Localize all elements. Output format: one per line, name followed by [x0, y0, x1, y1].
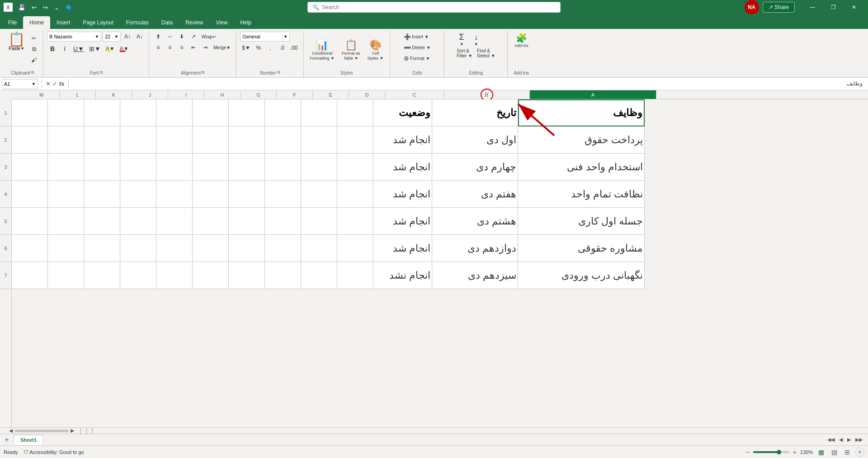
cell-E6[interactable]	[301, 235, 337, 262]
cell-C4[interactable]: انجام شد	[373, 181, 432, 208]
cell-E2[interactable]	[301, 126, 337, 154]
scroll-left-button[interactable]: ◀	[9, 428, 13, 434]
minimize-button[interactable]: —	[802, 0, 823, 14]
cell-K3[interactable]	[84, 154, 120, 181]
find-select-button[interactable]: Find &Select ▼	[475, 48, 497, 58]
cell-L5[interactable]	[48, 208, 84, 235]
format-painter-button[interactable]: 🖌	[28, 55, 39, 65]
increase-indent-button[interactable]: ⇥	[200, 42, 211, 52]
align-left-button[interactable]: ≡	[153, 42, 164, 52]
underline-button[interactable]: U▼	[71, 44, 86, 54]
decrease-indent-button[interactable]: ⇤	[188, 42, 199, 52]
merge-button[interactable]: Merge▼	[212, 42, 232, 52]
cell-F5[interactable]	[265, 208, 301, 235]
cell-A6[interactable]: مشاوره حقوقی	[518, 235, 645, 262]
paste-button[interactable]: 📋 Paste▼	[5, 32, 28, 52]
user-avatar[interactable]: NA	[745, 0, 759, 14]
zoom-to-fit-button[interactable]: +	[855, 448, 864, 457]
search-bar[interactable]: 🔍	[307, 2, 561, 13]
cell-F1[interactable]	[265, 99, 301, 126]
cell-I6[interactable]	[156, 235, 193, 262]
cell-F4[interactable]	[265, 181, 301, 208]
font-size-selector[interactable]: 22 ▼	[103, 32, 121, 42]
cell-G7[interactable]	[229, 262, 265, 289]
redo-button[interactable]: ↪	[41, 3, 50, 12]
col-header-D[interactable]: D	[349, 90, 385, 99]
cell-I3[interactable]	[156, 154, 193, 181]
sheet-options-icon[interactable]: ⋮⋮⋮	[78, 427, 95, 434]
cell-J1[interactable]	[120, 99, 156, 126]
cell-M3[interactable]	[12, 154, 48, 181]
search-input[interactable]	[322, 4, 556, 10]
cell-I1[interactable]	[156, 99, 193, 126]
cell-L7[interactable]	[48, 262, 84, 289]
number-launcher[interactable]: ⧉	[277, 70, 280, 75]
font-launcher[interactable]: ⧉	[100, 70, 103, 75]
page-layout-view-button[interactable]: ▤	[830, 448, 839, 457]
col-header-J[interactable]: J	[132, 90, 168, 99]
decrease-decimal-button[interactable]: .0	[277, 43, 288, 53]
cell-J6[interactable]	[120, 235, 156, 262]
cell-D3[interactable]	[337, 154, 373, 181]
cell-B1[interactable]: تاریخ	[432, 99, 518, 126]
cell-G4[interactable]	[229, 181, 265, 208]
alignment-launcher[interactable]: ⧉	[202, 70, 204, 75]
row-header-2[interactable]: 2	[0, 126, 11, 154]
cell-M1[interactable]	[12, 99, 48, 126]
cell-B6[interactable]: دوازدهم دی	[432, 235, 518, 262]
cell-J3[interactable]	[120, 154, 156, 181]
addins-button[interactable]: 🧩 Add-ins	[513, 32, 530, 49]
cell-F6[interactable]	[265, 235, 301, 262]
sheet-scroll-prev[interactable]: ◀	[837, 436, 844, 444]
increase-decimal-button[interactable]: .00	[288, 43, 300, 53]
align-right-button[interactable]: ≡	[176, 42, 187, 52]
tab-review[interactable]: Review	[179, 16, 209, 29]
cell-A3[interactable]: استخدام واحد فنی	[518, 154, 645, 181]
autosum-button[interactable]: Σ ▼	[455, 32, 468, 47]
row-header-6[interactable]: 6	[0, 235, 11, 262]
save-button[interactable]: 💾	[16, 3, 27, 12]
close-button[interactable]: ✕	[844, 0, 864, 14]
cell-K6[interactable]	[84, 235, 120, 262]
row-header-3[interactable]: 3	[0, 154, 11, 181]
col-header-G[interactable]: G	[241, 90, 277, 99]
confirm-formula-icon[interactable]: ✓	[52, 80, 57, 87]
conditional-formatting-button[interactable]: 📊 ConditionalFormatting ▼	[307, 38, 337, 62]
cell-A4[interactable]: نظافت تمام واحد	[518, 181, 645, 208]
col-header-I[interactable]: I	[168, 90, 204, 99]
cell-G5[interactable]	[229, 208, 265, 235]
cell-E1[interactable]	[301, 99, 337, 126]
font-name-selector[interactable]: B Nazanin ▼	[47, 32, 101, 42]
col-header-M[interactable]: M	[24, 90, 60, 99]
wrap-text-button[interactable]: Wrap↵	[200, 32, 218, 42]
undo-button[interactable]: ↩	[30, 3, 38, 12]
decrease-font-button[interactable]: A↓	[134, 32, 145, 42]
sheet-scroll-next[interactable]: ▶	[845, 436, 853, 444]
page-break-view-button[interactable]: ⊞	[843, 448, 852, 457]
cell-K2[interactable]	[84, 126, 120, 154]
share-button[interactable]: ↗ Share	[763, 2, 795, 13]
align-middle-button[interactable]: ↔	[165, 32, 175, 42]
customize-qa-button[interactable]: ⌄	[52, 3, 61, 12]
cell-M6[interactable]	[12, 235, 48, 262]
row-header-5[interactable]: 5	[0, 208, 11, 235]
cell-A1[interactable]: وظایف	[518, 99, 645, 126]
comma-button[interactable]: ,	[265, 43, 276, 53]
cell-E5[interactable]	[301, 208, 337, 235]
delete-cells-button[interactable]: ➖ Delete ▼	[402, 42, 433, 52]
cell-H5[interactable]	[193, 208, 229, 235]
tab-file[interactable]: File	[2, 16, 23, 29]
cell-D7[interactable]	[337, 262, 373, 289]
cell-E3[interactable]	[301, 154, 337, 181]
cell-C7[interactable]: انجام نشد	[373, 262, 432, 289]
cell-A2[interactable]: پرداخت حقوق	[518, 126, 645, 154]
cell-G1[interactable]	[229, 99, 265, 126]
number-format-selector[interactable]: General ▼	[240, 32, 290, 42]
cell-B4[interactable]: هفتم دی	[432, 181, 518, 208]
align-top-button[interactable]: ⬆	[153, 32, 164, 42]
cell-D4[interactable]	[337, 181, 373, 208]
cell-F3[interactable]	[265, 154, 301, 181]
sheet-tab-sheet1[interactable]: Sheet1	[14, 435, 43, 445]
cell-K7[interactable]	[84, 262, 120, 289]
row-header-4[interactable]: 4	[0, 181, 11, 208]
